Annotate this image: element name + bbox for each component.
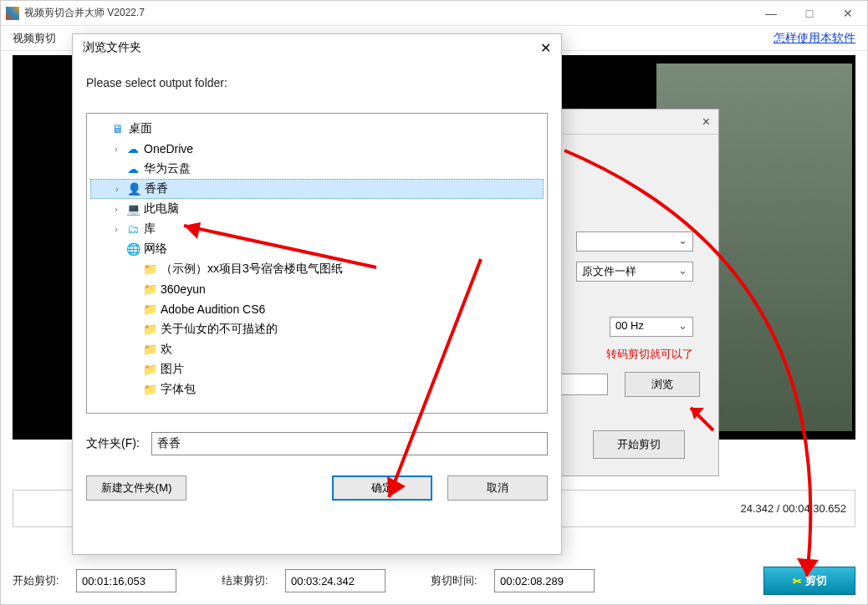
new-folder-button[interactable]: 新建文件夹(M) — [86, 475, 186, 501]
expand-icon[interactable]: › — [110, 225, 122, 234]
folder-name-input[interactable] — [151, 432, 548, 455]
duration-input[interactable] — [494, 569, 595, 592]
window-controls: ― □ ✕ — [752, 1, 867, 26]
onedrive-icon: ☁ — [125, 141, 140, 156]
net-icon: 🌐 — [125, 241, 140, 257]
tree-folder[interactable]: 📁Adobe Audition CS6 — [90, 299, 544, 319]
tree-root-desktop[interactable]: 🖥 桌面 — [90, 119, 544, 139]
duration-label: 剪切时间: — [431, 573, 483, 588]
desktop-icon: 🖥 — [110, 121, 125, 136]
browse-folder-prompt: Please select output folder: — [73, 61, 561, 96]
folder-icon: 📁 — [142, 302, 157, 317]
browse-folder-titlebar: 浏览文件夹 ✕ — [73, 34, 561, 61]
close-button[interactable]: ✕ — [829, 1, 867, 26]
tab-video-cut[interactable]: 视频剪切 — [13, 31, 56, 46]
tree-folder-label: 关于仙女的不可描述的 — [161, 322, 278, 337]
ok-button[interactable]: 确定 — [332, 475, 432, 501]
tree-folder-label: 360eyun — [161, 282, 206, 296]
folder-icon: 📁 — [142, 282, 157, 297]
scissors-icon: ✂ — [793, 575, 802, 587]
browse-folder-dialog: 浏览文件夹 ✕ Please select output folder: 🖥 桌… — [72, 33, 562, 555]
tree-folder-label: 字体包 — [161, 382, 196, 397]
transcode-close-icon[interactable]: × — [702, 114, 710, 130]
browse-folder-buttons: 新建文件夹(M) 确定 取消 — [86, 475, 548, 501]
tree-item[interactable]: 🌐网络 — [90, 239, 544, 259]
folder-name-row: 文件夹(F): — [86, 432, 548, 455]
tree-folder[interactable]: 📁360eyun — [90, 279, 544, 299]
tree-folder[interactable]: 📁字体包 — [90, 379, 544, 399]
folder-icon: 📁 — [142, 362, 157, 377]
expand-icon[interactable]: › — [110, 145, 122, 154]
end-cut-input[interactable] — [285, 569, 385, 592]
app-icon — [6, 7, 19, 20]
tree-item-label: 库 — [144, 221, 156, 236]
maximize-button[interactable]: □ — [790, 1, 829, 26]
start-cut-button[interactable]: 开始剪切 — [593, 430, 685, 459]
tree-item-label: 香香 — [145, 181, 168, 196]
folder-icon: 📁 — [142, 262, 157, 277]
tree-folder[interactable]: 📁图片 — [90, 359, 544, 379]
transcode-hint-text: 转码剪切就可以了 — [606, 347, 693, 362]
tree-item-label: OneDrive — [144, 142, 193, 155]
cut-button[interactable]: ✂ 剪切 — [763, 567, 855, 595]
cloud-icon: ☁ — [125, 161, 140, 176]
time-display: 24.342 / 00:04:30.652 — [740, 502, 846, 515]
start-cut-input[interactable] — [76, 569, 176, 592]
tree-folder-label: 图片 — [161, 362, 184, 377]
app-title: 视频剪切合并大师 V2022.7 — [24, 6, 752, 20]
browse-button[interactable]: 浏览 — [625, 372, 700, 397]
pc-icon: 💻 — [125, 201, 140, 216]
browse-folder-close-icon[interactable]: ✕ — [540, 40, 551, 56]
titlebar: 视频剪切合并大师 V2022.7 ― □ ✕ — [1, 1, 867, 26]
tree-item-label: 此电脑 — [144, 201, 179, 216]
user-icon: 👤 — [126, 181, 141, 196]
tree-item[interactable]: ☁华为云盘 — [90, 159, 544, 179]
same-as-source-select[interactable]: 原文件一样 — [576, 262, 693, 282]
expand-icon[interactable]: › — [110, 205, 122, 214]
start-cut-label: 开始剪切: — [13, 573, 64, 588]
tree-item[interactable]: ›💻此电脑 — [90, 199, 544, 219]
folder-tree[interactable]: 🖥 桌面 ›☁OneDrive☁华为云盘›👤香香›💻此电脑›🗂库🌐网络 📁（示例… — [86, 113, 548, 414]
folder-icon: 📁 — [142, 382, 157, 397]
lib-icon: 🗂 — [125, 221, 140, 236]
tree-folder-label: Adobe Audition CS6 — [161, 302, 265, 316]
minimize-button[interactable]: ― — [752, 1, 790, 26]
tree-folder-label: 欢 — [161, 342, 172, 357]
help-link[interactable]: 怎样使用本软件 — [774, 31, 855, 46]
expand-icon[interactable]: › — [111, 185, 123, 194]
cancel-button[interactable]: 取消 — [447, 475, 548, 501]
tree-item-label: 华为云盘 — [144, 161, 191, 176]
tree-folder-label: （示例）xx项目3号宿舍楼电气图纸 — [161, 262, 343, 277]
tree-item[interactable]: ›👤香香 — [90, 179, 544, 199]
folder-icon: 📁 — [142, 322, 157, 337]
tree-item-label: 网络 — [144, 241, 167, 257]
folder-name-label: 文件夹(F): — [86, 436, 140, 451]
cut-button-label: 剪切 — [805, 573, 827, 588]
tree-root-label: 桌面 — [129, 121, 152, 136]
browse-folder-title: 浏览文件夹 — [83, 40, 141, 55]
tree-folder[interactable]: 📁关于仙女的不可描述的 — [90, 319, 544, 339]
bottom-inputs: 开始剪切: 结束剪切: 剪切时间: ✂ 剪切 — [13, 566, 855, 596]
tree-folder[interactable]: 📁欢 — [90, 339, 544, 359]
tree-item[interactable]: ›☁OneDrive — [90, 139, 544, 159]
tree-folder[interactable]: 📁（示例）xx项目3号宿舍楼电气图纸 — [90, 259, 544, 279]
tree-item[interactable]: ›🗂库 — [90, 219, 544, 239]
format-select[interactable] — [576, 231, 693, 252]
end-cut-label: 结束剪切: — [222, 573, 273, 588]
hz-select[interactable]: 00 Hz — [610, 317, 693, 337]
folder-icon: 📁 — [142, 342, 157, 357]
